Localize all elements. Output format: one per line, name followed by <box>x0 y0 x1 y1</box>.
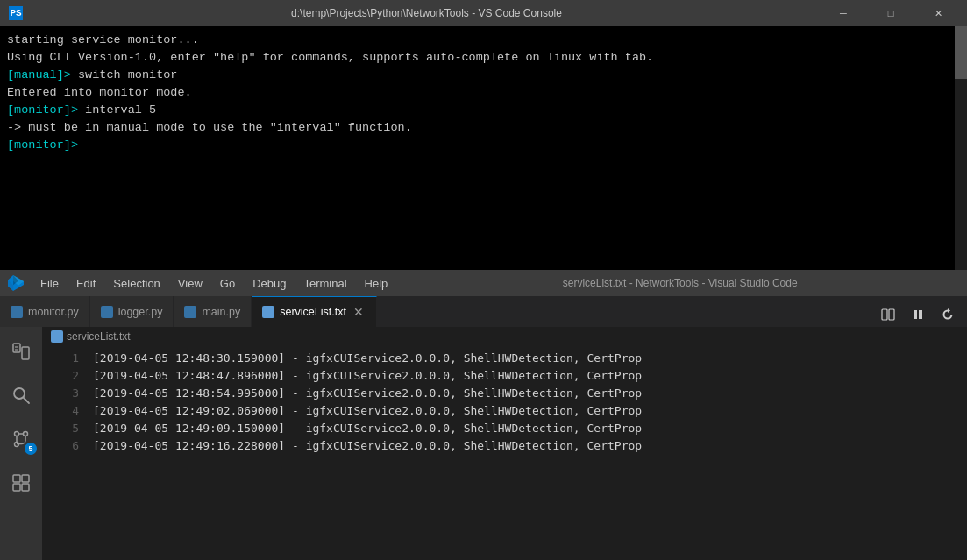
vscode-icon <box>4 270 28 296</box>
svg-point-12 <box>24 432 28 436</box>
tab-close-button[interactable]: ✕ <box>352 305 366 319</box>
tab-bar: monitor.py logger.py main.py serviceList… <box>0 296 967 327</box>
svg-rect-13 <box>13 475 20 482</box>
explorer-icon <box>11 342 31 361</box>
svg-point-8 <box>14 388 25 399</box>
split-editor-button[interactable] <box>876 302 900 327</box>
terminal-line-7: [monitor]> <box>7 137 960 154</box>
sidebar: 5 <box>0 327 42 560</box>
svg-rect-5 <box>22 347 29 359</box>
editor-line-1: [2019-04-05 12:48:30.159000] - igfxCUISe… <box>86 350 967 367</box>
svg-line-9 <box>24 398 29 403</box>
breadcrumb: serviceList.txt <box>42 327 967 346</box>
pause-icon <box>911 308 925 322</box>
svg-rect-0 <box>882 309 887 320</box>
terminal-line-5: [monitor]> interval 5 <box>7 102 960 119</box>
main-area: 5 serviceList.txt 1 2 3 4 5 <box>0 327 967 560</box>
editor-line-5: [2019-04-05 12:49:09.150000] - igfxCUISe… <box>86 420 967 437</box>
svg-rect-2 <box>914 310 917 319</box>
line-numbers: 1 2 3 4 5 6 <box>42 346 86 560</box>
editor-text[interactable]: [2019-04-05 12:48:30.159000] - igfxCUISe… <box>86 346 967 560</box>
tab-servicelist-txt[interactable]: serviceList.txt ✕ <box>252 296 377 327</box>
terminal-scrollbar[interactable] <box>955 26 967 270</box>
search-icon <box>11 386 31 405</box>
menu-edit[interactable]: Edit <box>68 270 104 296</box>
tab-monitor-py[interactable]: monitor.py <box>0 296 90 327</box>
svg-point-11 <box>15 432 19 436</box>
menu-view[interactable]: View <box>169 270 211 296</box>
line-num-4: 4 <box>42 402 79 420</box>
breadcrumb-filename: serviceList.txt <box>67 330 131 343</box>
app-icon: PS <box>9 6 23 20</box>
terminal-line-4: Entered into monitor mode. <box>7 84 960 102</box>
editor-line-3: [2019-04-05 12:48:54.995000] - igfxCUISe… <box>86 385 967 402</box>
tab-servicelist-txt-label: serviceList.txt <box>280 306 346 318</box>
editor-line-4: [2019-04-05 12:49:02.069000] - igfxCUISe… <box>86 402 967 420</box>
editor-content[interactable]: 1 2 3 4 5 6 [2019-04-05 12:48:30.159000]… <box>42 346 967 560</box>
svg-rect-4 <box>13 344 20 352</box>
source-control-badge: 5 <box>25 443 37 455</box>
restore-button[interactable]: □ <box>871 0 911 26</box>
editor-line-2: [2019-04-05 12:48:47.896000] - igfxCUISe… <box>86 367 967 385</box>
svg-rect-14 <box>22 475 29 482</box>
refresh-icon <box>941 308 955 322</box>
tab-logger-py[interactable]: logger.py <box>90 296 174 327</box>
refresh-button[interactable] <box>935 302 960 327</box>
tab-monitor-py-label: monitor.py <box>28 306 79 318</box>
line-num-1: 1 <box>42 350 79 367</box>
line-num-2: 2 <box>42 367 79 385</box>
menu-selection[interactable]: Selection <box>104 270 168 296</box>
menu-debug[interactable]: Debug <box>244 270 295 296</box>
svg-rect-16 <box>22 484 29 491</box>
svg-rect-1 <box>889 309 894 320</box>
menu-bar: File Edit Selection View Go Debug Termin… <box>0 270 967 296</box>
close-button[interactable]: ✕ <box>918 0 958 26</box>
terminal-panel[interactable]: starting service monitor... Using CLI Ve… <box>0 26 967 270</box>
tab-main-py-label: main.py <box>202 306 240 318</box>
editor: serviceList.txt 1 2 3 4 5 6 [2019-04-05 … <box>42 327 967 560</box>
menu-go[interactable]: Go <box>211 270 244 296</box>
terminal-scrollbar-thumb[interactable] <box>955 26 967 79</box>
svg-rect-15 <box>13 484 20 491</box>
breadcrumb-file-icon <box>51 330 63 343</box>
main-py-icon <box>184 306 196 318</box>
tab-actions <box>869 302 967 327</box>
window-controls: ─ □ ✕ <box>823 0 958 26</box>
menu-file[interactable]: File <box>32 270 68 296</box>
minimize-button[interactable]: ─ <box>823 0 864 26</box>
sidebar-item-extensions[interactable] <box>0 462 42 504</box>
menu-center-title: serviceList.txt - NetworkTools - Visual … <box>396 277 963 289</box>
terminal-line-1: starting service monitor... <box>7 32 960 49</box>
svg-rect-3 <box>919 310 922 319</box>
menu-terminal[interactable]: Terminal <box>295 270 355 296</box>
sidebar-item-source-control[interactable]: 5 <box>0 418 42 460</box>
line-num-6: 6 <box>42 437 79 455</box>
tab-logger-py-label: logger.py <box>118 306 163 318</box>
servicelist-txt-icon <box>262 306 274 318</box>
line-num-5: 5 <box>42 420 79 437</box>
menu-help[interactable]: Help <box>356 270 397 296</box>
sidebar-item-search[interactable] <box>0 374 42 416</box>
terminal-line-2: Using CLI Version-1.0, enter "help" for … <box>7 49 960 67</box>
split-icon <box>881 308 895 322</box>
editor-line-6: [2019-04-05 12:49:16.228000] - igfxCUISe… <box>86 437 967 455</box>
extensions-icon <box>11 473 31 493</box>
sidebar-item-explorer[interactable] <box>0 330 42 372</box>
terminal-line-6: -> must be in manual mode to use the "in… <box>7 119 960 137</box>
monitor-py-icon <box>11 306 23 318</box>
window-title: d:\temp\Projects\Python\NetworkTools - V… <box>30 7 823 19</box>
tab-main-py[interactable]: main.py <box>174 296 252 327</box>
terminal-line-3: [manual]> switch monitor <box>7 67 960 84</box>
logger-py-icon <box>101 306 113 318</box>
vscode-logo-svg <box>8 275 24 291</box>
title-bar: PS d:\temp\Projects\Python\NetworkTools … <box>0 0 967 26</box>
pause-button[interactable] <box>906 302 930 327</box>
line-num-3: 3 <box>42 385 79 402</box>
